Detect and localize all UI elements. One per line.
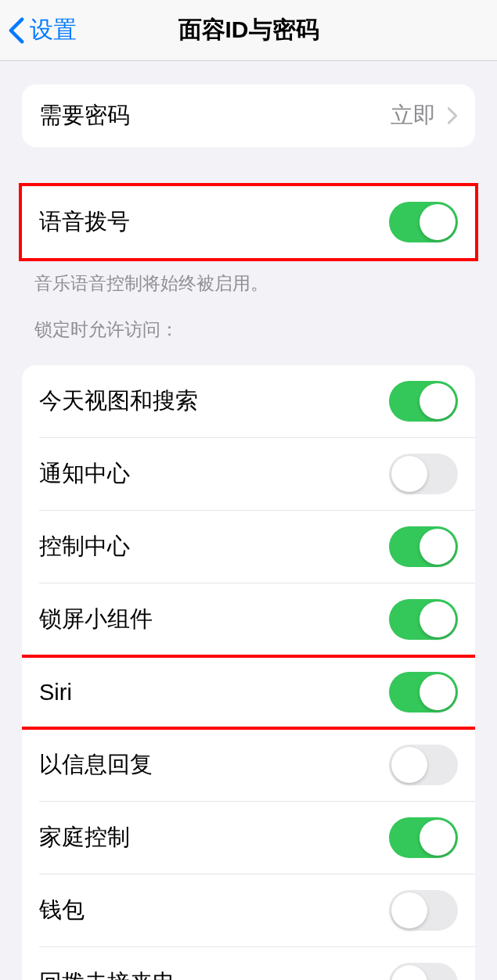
lock-access-label: 家庭控制 xyxy=(39,822,130,853)
lock-access-toggle[interactable] xyxy=(389,745,458,785)
lock-access-label: Siri xyxy=(39,680,72,705)
lock-access-label: 控制中心 xyxy=(39,531,130,562)
lock-access-toggle[interactable] xyxy=(389,381,458,422)
back-button[interactable]: 设置 xyxy=(0,14,77,46)
chevron-right-icon xyxy=(447,106,458,125)
voice-dial-row: 语音拨号 xyxy=(22,186,475,258)
lock-access-row: 今天视图和搜索 xyxy=(22,365,475,437)
require-passcode-value: 立即 xyxy=(391,100,458,131)
lock-access-label: 以信息回复 xyxy=(39,749,153,781)
lock-access-row: 锁屏小组件 xyxy=(39,583,475,655)
lock-access-group: 今天视图和搜索通知中心控制中心锁屏小组件Siri以信息回复家庭控制钱包回拨未接来… xyxy=(22,365,475,980)
passcode-group: 需要密码 立即 xyxy=(22,84,475,147)
lock-access-toggle[interactable] xyxy=(389,599,458,640)
lock-access-label: 锁屏小组件 xyxy=(39,604,153,635)
lock-access-label: 通知中心 xyxy=(39,458,130,490)
navbar: 设置 面容ID与密码 xyxy=(0,0,497,61)
lock-access-toggle[interactable] xyxy=(389,963,458,980)
require-passcode-label: 需要密码 xyxy=(39,100,130,131)
lock-access-toggle[interactable] xyxy=(389,526,458,567)
voice-dial-group: 语音拨号 xyxy=(19,183,478,261)
lock-access-row: 通知中心 xyxy=(39,437,475,510)
lock-access-toggle[interactable] xyxy=(389,454,458,494)
voice-dial-label: 语音拨号 xyxy=(39,206,130,238)
lock-access-row: 控制中心 xyxy=(39,510,475,583)
require-passcode-row[interactable]: 需要密码 立即 xyxy=(22,84,475,147)
lock-access-label: 今天视图和搜索 xyxy=(39,386,198,417)
lock-access-toggle[interactable] xyxy=(389,672,458,713)
lock-access-toggle[interactable] xyxy=(389,817,458,858)
lock-access-label: 钱包 xyxy=(39,895,85,926)
lock-access-row: Siri xyxy=(39,655,475,728)
voice-dial-footer: 音乐语音控制将始终被启用。 xyxy=(0,261,497,296)
lock-access-row: 家庭控制 xyxy=(39,801,475,874)
lock-access-row: 钱包 xyxy=(39,874,475,946)
lock-access-label: 回拨未接来电 xyxy=(39,967,175,980)
lock-access-row: 以信息回复 xyxy=(39,728,475,801)
chevron-left-icon xyxy=(8,16,25,45)
lock-access-header: 锁定时允许访问： xyxy=(0,296,497,350)
lock-access-toggle[interactable] xyxy=(389,890,458,931)
lock-access-row: 回拨未接来电 xyxy=(39,946,475,980)
back-label: 设置 xyxy=(30,14,77,46)
voice-dial-toggle[interactable] xyxy=(389,202,458,242)
